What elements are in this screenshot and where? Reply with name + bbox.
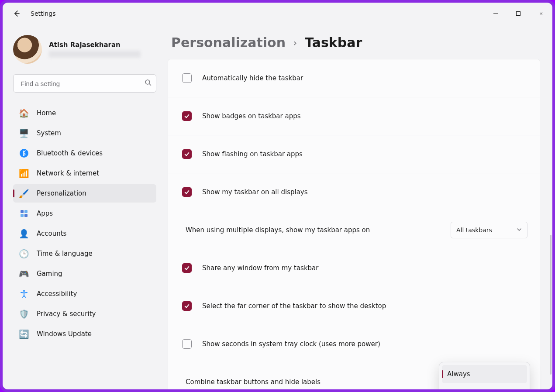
sidebar-item-apps[interactable]: Apps <box>13 204 156 223</box>
bluetooth-icon <box>19 148 29 158</box>
account-email-redacted <box>49 51 141 58</box>
sidebar-item-label: Accounts <box>37 230 66 237</box>
network-icon: 📶 <box>19 168 29 178</box>
svg-point-7 <box>23 290 25 292</box>
setting-row-seconds: Show seconds in system tray clock (uses … <box>168 325 540 363</box>
search-input[interactable] <box>20 79 145 88</box>
titlebar: Settings <box>3 3 552 24</box>
sidebar: Atish Rajasekharan 🏠Home🖥️SystemBluetoot… <box>3 24 164 389</box>
maximize-button[interactable] <box>507 3 530 24</box>
sidebar-item-privacy[interactable]: 🛡️Privacy & security <box>13 305 156 323</box>
sidebar-item-label: Gaming <box>37 270 62 278</box>
breadcrumb-parent[interactable]: Personalization <box>171 35 286 50</box>
avatar <box>13 35 42 64</box>
sidebar-item-label: Personalization <box>37 189 86 197</box>
maximize-icon <box>516 11 521 16</box>
menu-option-when-taskbar-is-full[interactable]: When taskbar is full <box>442 383 527 389</box>
minimize-icon <box>493 11 498 16</box>
svg-rect-0 <box>517 12 521 16</box>
sidebar-item-label: Network & internet <box>37 169 99 177</box>
setting-row-alldisplays: Show my taskbar on all displays <box>168 173 540 211</box>
window-title: Settings <box>31 10 55 17</box>
settings-window: Settings Atish Rajasekharan <box>3 3 552 389</box>
setting-row-sharewin: Share any window from my taskbar <box>168 249 540 287</box>
sidebar-item-label: Time & language <box>37 250 93 258</box>
setting-label: Show flashing on taskbar apps <box>202 150 527 158</box>
sidebar-item-label: Windows Update <box>37 330 92 338</box>
account-block[interactable]: Atish Rajasekharan <box>13 35 156 64</box>
svg-rect-6 <box>24 214 28 217</box>
setting-label: Share any window from my taskbar <box>202 264 527 272</box>
setting-label: Automatically hide the taskbar <box>202 74 527 82</box>
setting-label: Show badges on taskbar apps <box>202 112 527 120</box>
scrollbar-thumb[interactable] <box>550 235 552 375</box>
nav-list: 🏠Home🖥️SystemBluetooth & devices📶Network… <box>13 104 156 343</box>
personalization-icon: 🖌️ <box>19 189 29 198</box>
sidebar-item-bluetooth[interactable]: Bluetooth & devices <box>13 144 156 162</box>
sidebar-item-label: System <box>37 129 61 137</box>
sidebar-item-accounts[interactable]: 👤Accounts <box>13 224 156 243</box>
sidebar-item-label: Bluetooth & devices <box>37 149 103 157</box>
accessibility-icon <box>19 289 29 299</box>
setting-label: When using multiple displays, show my ta… <box>186 226 451 234</box>
close-button[interactable] <box>530 3 552 24</box>
accounts-icon: 👤 <box>19 229 29 238</box>
svg-rect-3 <box>21 210 24 213</box>
search-icon <box>145 79 152 88</box>
sidebar-item-label: Accessibility <box>37 290 77 298</box>
checkbox-badges[interactable] <box>182 111 192 121</box>
main-content: Personalization › Taskbar Automatically … <box>164 24 552 389</box>
apps-icon <box>19 209 29 218</box>
back-arrow-icon <box>13 10 20 17</box>
checkbox-flashing[interactable] <box>182 149 192 159</box>
setting-label: Select the far corner of the taskbar to … <box>202 302 527 310</box>
menu-option-always[interactable]: Always <box>442 365 527 383</box>
home-icon: 🏠 <box>19 108 29 118</box>
sidebar-item-personalization[interactable]: 🖌️Personalization <box>13 184 156 203</box>
time-icon: 🕒 <box>19 249 29 258</box>
sidebar-item-label: Apps <box>37 210 53 217</box>
dropdown-value: All taskbars <box>456 227 492 234</box>
setting-label: Show seconds in system tray clock (uses … <box>202 340 527 348</box>
svg-rect-4 <box>24 210 28 213</box>
breadcrumb: Personalization › Taskbar <box>171 35 540 50</box>
checkbox-farcorner[interactable] <box>182 301 192 311</box>
setting-row-badges: Show badges on taskbar apps <box>168 97 540 135</box>
settings-list: Automatically hide the taskbarShow badge… <box>168 59 540 389</box>
search-box[interactable] <box>13 74 156 93</box>
sidebar-item-time[interactable]: 🕒Time & language <box>13 244 156 263</box>
back-button[interactable] <box>8 5 25 22</box>
checkbox-autohide[interactable] <box>182 73 192 83</box>
sidebar-item-label: Home <box>37 109 56 117</box>
checkbox-alldisplays[interactable] <box>182 187 192 197</box>
checkbox-sharewin[interactable] <box>182 263 192 273</box>
dropdown-multidisp[interactable]: All taskbars <box>451 222 527 238</box>
breadcrumb-current: Taskbar <box>305 35 362 50</box>
chevron-down-icon <box>517 227 522 234</box>
combine-dropdown-menu: AlwaysWhen taskbar is fullNever <box>439 362 530 389</box>
sidebar-item-update[interactable]: 🔄Windows Update <box>13 325 156 343</box>
system-icon: 🖥️ <box>19 128 29 138</box>
sidebar-item-network[interactable]: 📶Network & internet <box>13 164 156 182</box>
account-name: Atish Rajasekharan <box>49 41 141 49</box>
chevron-right-icon: › <box>293 38 297 48</box>
sidebar-item-accessibility[interactable]: Accessibility <box>13 285 156 303</box>
sidebar-item-gaming[interactable]: 🎮Gaming <box>13 265 156 283</box>
update-icon: 🔄 <box>19 329 29 339</box>
setting-row-farcorner: Select the far corner of the taskbar to … <box>168 287 540 325</box>
setting-row-multidisp: When using multiple displays, show my ta… <box>168 211 540 249</box>
close-icon <box>538 11 544 16</box>
setting-label: Show my taskbar on all displays <box>202 188 527 196</box>
svg-point-1 <box>145 80 150 84</box>
sidebar-item-home[interactable]: 🏠Home <box>13 104 156 122</box>
sidebar-item-label: Privacy & security <box>37 310 96 318</box>
sidebar-item-system[interactable]: 🖥️System <box>13 124 156 142</box>
checkbox-seconds[interactable] <box>182 339 192 349</box>
privacy-icon: 🛡️ <box>19 309 29 319</box>
svg-rect-5 <box>21 214 24 217</box>
scrollbar[interactable] <box>550 86 552 375</box>
setting-row-flashing: Show flashing on taskbar apps <box>168 135 540 173</box>
minimize-button[interactable] <box>484 3 507 24</box>
gaming-icon: 🎮 <box>19 269 29 279</box>
setting-row-autohide: Automatically hide the taskbar <box>168 59 540 97</box>
